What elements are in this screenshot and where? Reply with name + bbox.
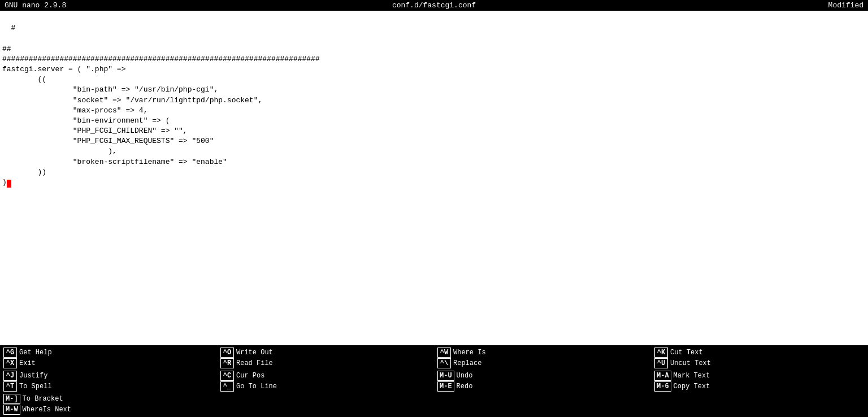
label-uncut-text: Uncut Text bbox=[670, 359, 711, 367]
key-read-file: ^R bbox=[220, 358, 234, 368]
shortcut-empty-3 bbox=[651, 393, 868, 416]
shortcut-empty-2 bbox=[434, 393, 651, 416]
shortcut-pair-6: ^C Cur Pos ^_ Go To Line bbox=[220, 371, 277, 392]
key-write-out: ^O bbox=[220, 348, 234, 358]
shortcut-pair-2: ^O Write Out ^R Read File bbox=[220, 348, 273, 368]
key-cut-text: ^K bbox=[654, 348, 668, 358]
key-undo: M-U bbox=[437, 371, 454, 381]
shortcut-pair-1: ^G Get Help ^X Exit bbox=[3, 348, 52, 368]
key-get-help: ^G bbox=[3, 348, 17, 358]
label-justify: Justify bbox=[19, 372, 47, 380]
file-name: conf.d/fastcgi.conf bbox=[291, 1, 578, 10]
label-mark-text: Mark Text bbox=[674, 372, 710, 380]
label-whereis-next: WhereIs Next bbox=[23, 406, 71, 414]
shortcut-pair-5: ^J Justify ^T To Spell bbox=[3, 371, 52, 392]
shortcut-where-replace[interactable]: ^W Where Is ^\ Replace bbox=[434, 346, 651, 370]
key-redo: M-E bbox=[437, 381, 454, 392]
key-go-to-line: ^_ bbox=[220, 381, 234, 392]
app-name: GNU nano 2.9.8 bbox=[5, 1, 291, 10]
label-exit: Exit bbox=[19, 359, 36, 367]
label-copy-text: Copy Text bbox=[674, 383, 710, 390]
label-undo: Undo bbox=[457, 372, 473, 380]
key-uncut-text: ^U bbox=[654, 358, 668, 368]
shortcut-undo-redo[interactable]: M-U Undo M-E Redo bbox=[434, 370, 651, 393]
shortcut-bar: ^G Get Help ^X Exit ^O Write Out ^R Read… bbox=[0, 345, 868, 417]
shortcut-get-help-exit[interactable]: ^G Get Help ^X Exit bbox=[0, 346, 217, 370]
key-replace: ^\ bbox=[437, 358, 451, 368]
shortcut-mark-copy[interactable]: M-A Mark Text M-6 Copy Text bbox=[651, 370, 868, 393]
label-replace: Replace bbox=[453, 359, 481, 367]
shortcut-pair-7: M-U Undo M-E Redo bbox=[437, 371, 472, 392]
editor-area[interactable]: # ## ###################################… bbox=[0, 11, 868, 345]
shortcut-bracket-whereis[interactable]: M-] To Bracket M-W WhereIs Next bbox=[0, 393, 217, 416]
label-cut-text: Cut Text bbox=[670, 349, 703, 357]
key-cur-pos: ^C bbox=[220, 371, 234, 381]
shortcut-curpos-goto[interactable]: ^C Cur Pos ^_ Go To Line bbox=[217, 370, 434, 393]
shortcut-pair-9: M-] To Bracket M-W WhereIs Next bbox=[3, 394, 71, 415]
title-bar: GNU nano 2.9.8 conf.d/fastcgi.conf Modif… bbox=[0, 0, 868, 11]
label-to-bracket: To Bracket bbox=[23, 395, 63, 403]
key-to-spell: ^T bbox=[3, 381, 17, 392]
shortcut-pair-8: M-A Mark Text M-6 Copy Text bbox=[654, 371, 710, 392]
shortcut-justify-spell[interactable]: ^J Justify ^T To Spell bbox=[0, 370, 217, 393]
key-mark-text: M-A bbox=[654, 371, 671, 381]
shortcut-empty-1 bbox=[217, 393, 434, 416]
label-to-spell: To Spell bbox=[19, 383, 52, 390]
key-copy-text: M-6 bbox=[654, 381, 671, 392]
key-where-is: ^W bbox=[437, 348, 451, 358]
modified-status: Modified bbox=[577, 1, 863, 10]
shortcut-pair-3: ^W Where Is ^\ Replace bbox=[437, 348, 486, 368]
editor-content: # ## ###################################… bbox=[2, 24, 320, 186]
label-cur-pos: Cur Pos bbox=[236, 372, 264, 380]
shortcut-pair-4: ^K Cut Text ^U Uncut Text bbox=[654, 348, 711, 368]
shortcut-write-read[interactable]: ^O Write Out ^R Read File bbox=[217, 346, 434, 370]
text-cursor bbox=[7, 180, 11, 188]
label-redo: Redo bbox=[457, 383, 473, 390]
label-get-help: Get Help bbox=[19, 349, 52, 357]
label-go-to-line: Go To Line bbox=[236, 383, 277, 390]
key-justify: ^J bbox=[3, 371, 17, 381]
label-read-file: Read File bbox=[236, 359, 273, 367]
label-where-is: Where Is bbox=[453, 349, 486, 357]
key-whereis-next: M-W bbox=[3, 405, 20, 415]
label-write-out: Write Out bbox=[236, 349, 273, 357]
key-to-bracket: M-] bbox=[3, 394, 20, 404]
key-exit: ^X bbox=[3, 358, 17, 368]
shortcut-cut-uncut[interactable]: ^K Cut Text ^U Uncut Text bbox=[651, 346, 868, 370]
